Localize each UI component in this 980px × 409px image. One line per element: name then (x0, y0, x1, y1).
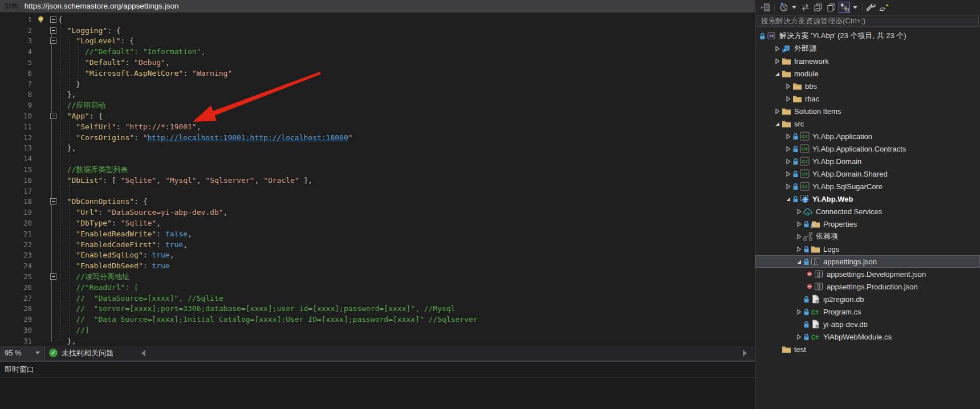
code-line[interactable]: 19 "Url": "DataSource=yi-abp-dev.db", (0, 207, 755, 218)
tree-item[interactable]: C#Program.cs (755, 305, 980, 318)
tree-item[interactable]: {}appsettings.Development.json (755, 268, 980, 280)
code-line[interactable]: 29 // "Data Source=[xxxx];Initial Catalo… (0, 314, 755, 325)
code-line[interactable]: 17 (0, 186, 755, 197)
tree-item[interactable]: C#Yi.Abp.Domain.Shared (755, 167, 980, 180)
fold-collapse-icon[interactable] (48, 273, 58, 280)
filter-dropdown-icon[interactable] (791, 2, 797, 13)
collapse-all-icon[interactable] (813, 2, 823, 13)
tree-item[interactable]: src (755, 117, 980, 130)
hscroll-left-icon[interactable] (141, 350, 145, 357)
hyperlink[interactable]: http://localhost:19001;http://localhost:… (148, 133, 348, 142)
zoom-level-select[interactable]: 95 % (0, 346, 45, 360)
code-line[interactable]: 7 } (0, 79, 755, 89)
code-line[interactable]: 20 "DbType": "Sqlite", (0, 218, 755, 228)
code-line[interactable]: 31 }, (0, 336, 755, 346)
sync-active-document-icon[interactable] (800, 2, 810, 13)
schema-url-field[interactable]: https://json.schemastore.org/appsettings… (25, 0, 755, 13)
tree-item[interactable]: C#YiAbpWebModule.cs (755, 330, 980, 343)
code-line[interactable]: 28 // "server=[xxxx];port=3306;database=… (0, 304, 755, 314)
search-input[interactable] (757, 15, 979, 27)
tree-item[interactable]: Solution Items (755, 105, 980, 117)
show-all-files-icon[interactable] (839, 2, 849, 13)
fold-collapse-icon[interactable] (48, 27, 58, 34)
tree-item[interactable]: Properties (755, 218, 980, 230)
expander-icon[interactable] (784, 83, 792, 89)
expander-icon[interactable] (784, 133, 792, 140)
open-files-filter-icon[interactable] (778, 2, 788, 13)
code-line[interactable]: 25 //读写分离地址 (0, 271, 755, 282)
code-line[interactable]: 6 "Microsoft.AspNetCore": "Warning" (0, 68, 755, 79)
tree-item[interactable]: 外部源 (755, 42, 980, 55)
expander-icon[interactable] (784, 171, 792, 177)
fold-collapse-icon[interactable] (48, 198, 58, 204)
expander-icon[interactable] (795, 334, 803, 340)
code-line[interactable]: 15 //数据库类型列表 (0, 164, 755, 175)
fold-collapse-icon[interactable] (48, 38, 58, 44)
code-line[interactable]: 26 //"ReadUrl": [ (0, 282, 755, 293)
expander-icon[interactable] (773, 121, 781, 127)
code-line[interactable]: 8 }, (0, 89, 755, 100)
tree-item[interactable]: module (755, 67, 980, 80)
code-line[interactable]: 2 "Logging": { (0, 25, 755, 36)
fold-collapse-icon[interactable] (48, 113, 58, 119)
hscroll-right-icon[interactable] (743, 350, 747, 357)
code-line[interactable]: 27 // "DataSource=[xxxx]", //Sqlite (0, 293, 755, 304)
tree-item[interactable]: Logs (755, 243, 980, 255)
code-line[interactable]: 30 //] (0, 325, 755, 336)
tree-item[interactable]: framework (755, 55, 980, 67)
code-line[interactable]: 11 "SelfUrl": "http://*:19001", (0, 121, 755, 132)
code-line[interactable]: 21 "EnabledReadWrite": false, (0, 228, 755, 239)
code-line[interactable]: 23 "EnabledSqlLog": true, (0, 250, 755, 261)
expander-icon[interactable] (795, 246, 803, 252)
tree-item[interactable]: 解决方案 'Yi.Abp' (23 个项目, 共 23 个) (755, 30, 980, 42)
expander-icon[interactable] (773, 46, 781, 52)
tree-item[interactable]: Connected Services (755, 205, 980, 218)
expander-icon[interactable] (773, 108, 781, 114)
properties-icon[interactable] (866, 2, 876, 13)
code-line[interactable]: 13 }, (0, 143, 755, 154)
expander-icon[interactable] (784, 146, 792, 152)
code-line[interactable]: 12 "CorsOrigins": "http://localhost:1900… (0, 132, 755, 143)
code-line[interactable]: 9 //应用启动 (0, 100, 755, 111)
tree-item[interactable]: yi-abp-dev.db (755, 318, 980, 330)
expander-icon[interactable] (784, 183, 792, 190)
code-line[interactable]: 18 "DbConnOptions": { (0, 197, 755, 207)
expander-icon[interactable] (795, 259, 803, 265)
tree-item[interactable]: 依赖项 (755, 230, 980, 243)
tree-item[interactable]: bbs (755, 80, 980, 92)
fold-collapse-icon[interactable] (48, 17, 58, 23)
tree-item[interactable]: C#Yi.Abp.Application (755, 130, 980, 142)
code-line[interactable]: 3 "LogLevel": { (0, 36, 755, 47)
expander-icon[interactable] (795, 309, 803, 315)
preview-selected-items-icon[interactable] (879, 2, 889, 13)
tree-item[interactable]: rbac (755, 92, 980, 105)
expander-icon[interactable] (773, 71, 781, 77)
expander-icon[interactable] (784, 158, 792, 165)
preview-window-icon[interactable] (826, 2, 836, 13)
code-line[interactable]: 5 "Default": "Debug", (0, 57, 755, 68)
tree-item[interactable]: C#Yi.Abp.Domain (755, 155, 980, 167)
switch-views-icon[interactable] (760, 2, 770, 13)
tree-item[interactable]: {}appsettings.Production.json (755, 280, 980, 293)
expander-icon[interactable] (784, 196, 792, 202)
code-line[interactable]: 14 (0, 153, 755, 164)
code-line[interactable]: 4 //"Default": "Information", (0, 46, 755, 57)
expander-icon[interactable] (784, 96, 792, 102)
expander-icon[interactable] (795, 221, 803, 227)
code-editor[interactable]: 1{2 "Logging": {3 "LogLevel": {4 //"Defa… (0, 13, 755, 346)
code-line[interactable]: 10 "App": { (0, 111, 755, 121)
code-line[interactable]: 1{ (0, 14, 755, 25)
expander-icon[interactable] (773, 58, 781, 64)
expander-icon[interactable] (795, 208, 803, 215)
code-line[interactable]: 16 "DbList": [ "Sqlite", "Mysql", "Sqlse… (0, 175, 755, 186)
tree-item[interactable]: {}appsettings.json (755, 255, 980, 268)
tree-item[interactable]: Yi.Abp.Web (755, 193, 980, 205)
immediate-window[interactable]: 即时窗口 (0, 361, 755, 409)
tree-item[interactable]: C#Yi.Abp.Application.Contracts (755, 142, 980, 155)
tree-item[interactable]: C#Yi.Abp.SqlSugarCore (755, 180, 980, 193)
expander-icon[interactable] (795, 234, 803, 240)
show-all-files-dropdown-icon[interactable] (852, 2, 858, 13)
tree-item[interactable]: test (755, 343, 980, 355)
code-line[interactable]: 22 "EnabledCodeFirst": true, (0, 239, 755, 250)
code-line[interactable]: 24 "EnabledDbSeed": true (0, 260, 755, 271)
